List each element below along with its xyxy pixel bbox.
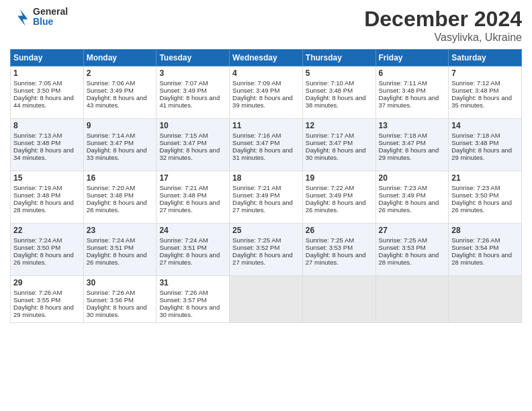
sunset: Sunset: 3:52 PM bbox=[232, 244, 279, 251]
weekday-header-row: Sunday Monday Tuesday Wednesday Thursday… bbox=[11, 50, 522, 66]
sunrise: Sunrise: 7:23 AM bbox=[379, 184, 427, 191]
table-cell: 4 Sunrise: 7:09 AM Sunset: 3:49 PM Dayli… bbox=[230, 66, 303, 119]
daylight: Daylight: 8 hours and 37 minutes. bbox=[379, 94, 439, 109]
table-cell: 1 Sunrise: 7:05 AM Sunset: 3:50 PM Dayli… bbox=[11, 66, 84, 119]
day-number: 21 bbox=[451, 173, 519, 183]
sunset: Sunset: 3:47 PM bbox=[87, 139, 134, 146]
day-number: 19 bbox=[306, 173, 373, 183]
title-section: December 2024 Vasylivka, Ukraine bbox=[364, 7, 522, 44]
sunrise: Sunrise: 7:06 AM bbox=[87, 79, 135, 87]
daylight: Daylight: 8 hours and 44 minutes. bbox=[13, 94, 74, 109]
header-thursday: Thursday bbox=[302, 50, 375, 66]
daylight: Daylight: 8 hours and 29 minutes. bbox=[13, 304, 74, 318]
day-number: 8 bbox=[13, 121, 81, 130]
table-cell: 19 Sunrise: 7:22 AM Sunset: 3:49 PM Dayl… bbox=[302, 171, 375, 224]
day-number: 2 bbox=[87, 68, 154, 78]
sunrise: Sunrise: 7:13 AM bbox=[13, 132, 62, 139]
sunrise: Sunrise: 7:24 AM bbox=[159, 236, 208, 244]
day-number: 16 bbox=[87, 173, 154, 183]
calendar: Sunday Monday Tuesday Wednesday Thursday… bbox=[10, 49, 522, 323]
sunrise: Sunrise: 7:21 AM bbox=[232, 184, 281, 191]
day-number: 5 bbox=[306, 68, 373, 78]
day-number: 12 bbox=[306, 121, 373, 130]
week-row-4: 22 Sunrise: 7:24 AM Sunset: 3:50 PM Dayl… bbox=[11, 224, 522, 276]
table-cell: 9 Sunrise: 7:14 AM Sunset: 3:47 PM Dayli… bbox=[83, 119, 157, 171]
table-cell: 6 Sunrise: 7:11 AM Sunset: 3:48 PM Dayli… bbox=[375, 66, 449, 119]
location-title: Vasylivka, Ukraine bbox=[364, 32, 522, 44]
sunrise: Sunrise: 7:10 AM bbox=[306, 79, 354, 87]
daylight: Daylight: 8 hours and 32 minutes. bbox=[159, 146, 220, 161]
table-cell bbox=[449, 276, 522, 323]
sunset: Sunset: 3:48 PM bbox=[87, 191, 134, 199]
table-cell: 16 Sunrise: 7:20 AM Sunset: 3:48 PM Dayl… bbox=[83, 171, 157, 224]
sunset: Sunset: 3:55 PM bbox=[13, 296, 60, 304]
sunrise: Sunrise: 7:21 AM bbox=[159, 184, 208, 191]
week-row-1: 1 Sunrise: 7:05 AM Sunset: 3:50 PM Dayli… bbox=[11, 66, 522, 119]
table-cell: 14 Sunrise: 7:18 AM Sunset: 3:48 PM Dayl… bbox=[449, 119, 522, 171]
table-cell: 23 Sunrise: 7:24 AM Sunset: 3:51 PM Dayl… bbox=[83, 224, 157, 276]
sunset: Sunset: 3:49 PM bbox=[232, 191, 279, 199]
table-cell bbox=[230, 276, 303, 323]
daylight: Daylight: 8 hours and 26 minutes. bbox=[379, 199, 439, 214]
daylight: Daylight: 8 hours and 27 minutes. bbox=[306, 251, 366, 266]
table-cell: 24 Sunrise: 7:24 AM Sunset: 3:51 PM Dayl… bbox=[157, 224, 230, 276]
table-cell: 27 Sunrise: 7:25 AM Sunset: 3:53 PM Dayl… bbox=[375, 224, 449, 276]
day-number: 13 bbox=[379, 121, 446, 130]
sunrise: Sunrise: 7:22 AM bbox=[306, 184, 354, 191]
daylight: Daylight: 8 hours and 35 minutes. bbox=[451, 94, 512, 109]
day-number: 31 bbox=[159, 278, 226, 287]
svg-marker-0 bbox=[17, 9, 28, 26]
table-cell: 21 Sunrise: 7:23 AM Sunset: 3:50 PM Dayl… bbox=[449, 171, 522, 224]
month-title: December 2024 bbox=[364, 7, 522, 32]
table-cell bbox=[375, 276, 449, 323]
sunset: Sunset: 3:48 PM bbox=[379, 87, 426, 94]
daylight: Daylight: 8 hours and 29 minutes. bbox=[451, 146, 512, 161]
table-cell: 25 Sunrise: 7:25 AM Sunset: 3:52 PM Dayl… bbox=[230, 224, 303, 276]
sunrise: Sunrise: 7:25 AM bbox=[306, 236, 354, 244]
sunrise: Sunrise: 7:26 AM bbox=[451, 236, 500, 244]
sunset: Sunset: 3:50 PM bbox=[451, 191, 498, 199]
daylight: Daylight: 8 hours and 26 minutes. bbox=[451, 199, 512, 214]
day-number: 30 bbox=[87, 278, 154, 287]
table-cell: 7 Sunrise: 7:12 AM Sunset: 3:48 PM Dayli… bbox=[449, 66, 522, 119]
sunset: Sunset: 3:47 PM bbox=[232, 139, 279, 146]
sunrise: Sunrise: 7:25 AM bbox=[232, 236, 281, 244]
sunrise: Sunrise: 7:14 AM bbox=[87, 132, 135, 139]
table-cell: 2 Sunrise: 7:06 AM Sunset: 3:49 PM Dayli… bbox=[83, 66, 157, 119]
sunset: Sunset: 3:49 PM bbox=[87, 87, 134, 94]
day-number: 29 bbox=[13, 278, 81, 287]
table-cell: 13 Sunrise: 7:18 AM Sunset: 3:47 PM Dayl… bbox=[375, 119, 449, 171]
day-number: 22 bbox=[13, 226, 81, 235]
sunrise: Sunrise: 7:12 AM bbox=[451, 79, 500, 87]
table-cell: 3 Sunrise: 7:07 AM Sunset: 3:49 PM Dayli… bbox=[157, 66, 230, 119]
day-number: 14 bbox=[451, 121, 519, 130]
sunset: Sunset: 3:50 PM bbox=[13, 87, 60, 94]
day-number: 27 bbox=[379, 226, 446, 235]
daylight: Daylight: 8 hours and 39 minutes. bbox=[232, 94, 293, 109]
daylight: Daylight: 8 hours and 43 minutes. bbox=[87, 94, 147, 109]
table-cell: 11 Sunrise: 7:16 AM Sunset: 3:47 PM Dayl… bbox=[230, 119, 303, 171]
sunrise: Sunrise: 7:05 AM bbox=[13, 79, 62, 87]
day-number: 4 bbox=[232, 68, 300, 78]
daylight: Daylight: 8 hours and 34 minutes. bbox=[13, 146, 74, 161]
sunrise: Sunrise: 7:24 AM bbox=[13, 236, 62, 244]
table-cell: 5 Sunrise: 7:10 AM Sunset: 3:48 PM Dayli… bbox=[302, 66, 375, 119]
table-cell: 10 Sunrise: 7:15 AM Sunset: 3:47 PM Dayl… bbox=[157, 119, 230, 171]
sunset: Sunset: 3:48 PM bbox=[159, 191, 206, 199]
header-wednesday: Wednesday bbox=[230, 50, 303, 66]
table-cell: 22 Sunrise: 7:24 AM Sunset: 3:50 PM Dayl… bbox=[11, 224, 84, 276]
daylight: Daylight: 8 hours and 28 minutes. bbox=[13, 199, 74, 214]
daylight: Daylight: 8 hours and 33 minutes. bbox=[87, 146, 147, 161]
sunrise: Sunrise: 7:18 AM bbox=[379, 132, 427, 139]
table-cell: 18 Sunrise: 7:21 AM Sunset: 3:49 PM Dayl… bbox=[230, 171, 303, 224]
daylight: Daylight: 8 hours and 38 minutes. bbox=[306, 94, 366, 109]
table-cell: 31 Sunrise: 7:26 AM Sunset: 3:57 PM Dayl… bbox=[157, 276, 230, 323]
daylight: Daylight: 8 hours and 27 minutes. bbox=[159, 199, 220, 214]
week-row-3: 15 Sunrise: 7:19 AM Sunset: 3:48 PM Dayl… bbox=[11, 171, 522, 224]
sunrise: Sunrise: 7:09 AM bbox=[232, 79, 281, 87]
day-number: 20 bbox=[379, 173, 446, 183]
week-row-5: 29 Sunrise: 7:26 AM Sunset: 3:55 PM Dayl… bbox=[11, 276, 522, 323]
sunrise: Sunrise: 7:26 AM bbox=[159, 289, 208, 296]
header-friday: Friday bbox=[375, 50, 449, 66]
daylight: Daylight: 8 hours and 26 minutes. bbox=[306, 199, 366, 214]
